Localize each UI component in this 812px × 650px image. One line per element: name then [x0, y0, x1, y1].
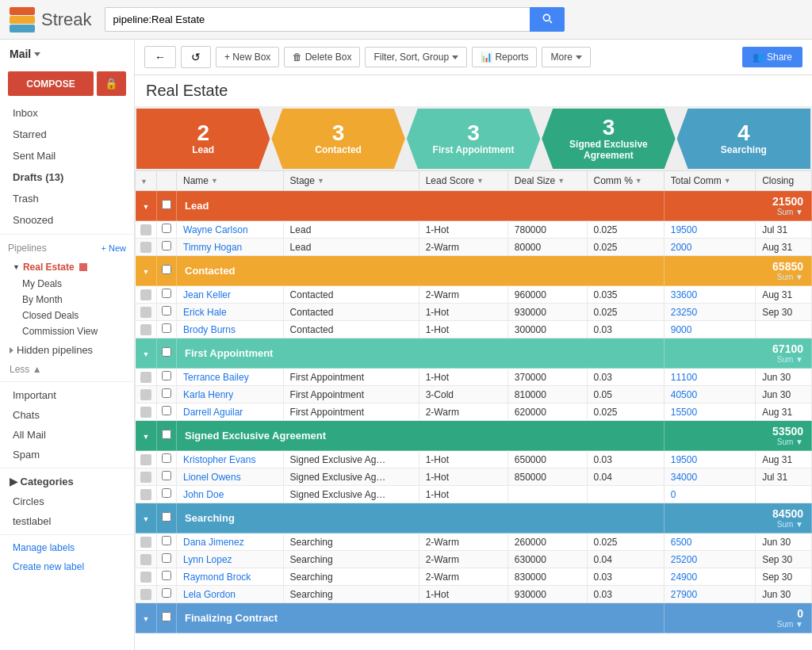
create-label-link[interactable]: Create new label: [0, 557, 134, 576]
row-name[interactable]: Lynn Lopez: [177, 551, 284, 568]
sidebar-item-sent[interactable]: Sent Mail: [0, 145, 134, 166]
group-collapse-btn[interactable]: ▼: [136, 191, 157, 221]
th-comm-pct[interactable]: Comm % ▼: [587, 171, 664, 191]
search-input[interactable]: [105, 7, 530, 32]
share-button[interactable]: 👥 Share: [742, 47, 802, 67]
row-expand-icon[interactable]: [136, 533, 157, 551]
stage-searching[interactable]: 4 Searching: [677, 109, 810, 169]
th-deal-size[interactable]: Deal Size ▼: [508, 171, 587, 191]
group-collapse-btn[interactable]: ▼: [136, 603, 157, 633]
sidebar-item-important[interactable]: Important: [0, 385, 134, 405]
row-expand-icon[interactable]: [136, 386, 157, 403]
row-expand-icon[interactable]: [136, 468, 157, 486]
compose-button[interactable]: COMPOSE: [8, 71, 94, 96]
row-expand-icon[interactable]: [136, 403, 157, 421]
row-name[interactable]: Dana Jimenez: [177, 533, 284, 551]
row-expand-icon[interactable]: [136, 568, 157, 586]
stage-contacted[interactable]: 3 Contacted: [271, 109, 404, 169]
row-expand-icon[interactable]: [136, 551, 157, 568]
back-button[interactable]: ←: [144, 46, 176, 68]
row-checkbox[interactable]: [157, 403, 177, 421]
row-name[interactable]: Brody Burns: [177, 321, 284, 338]
row-checkbox[interactable]: [157, 551, 177, 568]
row-checkbox[interactable]: [157, 369, 177, 386]
row-name[interactable]: Jean Keller: [177, 286, 284, 304]
sidebar-item-all-mail[interactable]: All Mail: [0, 425, 134, 445]
hidden-pipelines[interactable]: Hidden pipelines: [0, 339, 134, 361]
row-expand-icon[interactable]: [136, 321, 157, 338]
less-toggle[interactable]: Less ▲: [0, 361, 134, 378]
sidebar-sub-commission-view[interactable]: Commission View: [0, 323, 134, 339]
group-checkbox-cell[interactable]: [157, 503, 177, 533]
th-total-comm[interactable]: Total Comm ▼: [664, 171, 755, 191]
sidebar-item-circles[interactable]: Circles: [0, 491, 134, 511]
filter-sort-button[interactable]: Filter, Sort, Group: [365, 47, 467, 67]
row-checkbox[interactable]: [157, 221, 177, 239]
sidebar-item-chats[interactable]: Chats: [0, 405, 134, 425]
group-collapse-btn[interactable]: ▼: [136, 503, 157, 533]
sidebar-sub-closed-deals[interactable]: Closed Deals: [0, 308, 134, 323]
stage-lead[interactable]: 2 Lead: [136, 109, 270, 169]
group-checkbox-cell[interactable]: [157, 338, 177, 369]
sidebar-sub-my-deals[interactable]: My Deals: [0, 276, 134, 292]
row-expand-icon[interactable]: [136, 239, 157, 256]
row-checkbox[interactable]: [157, 586, 177, 603]
group-collapse-btn[interactable]: ▼: [136, 421, 157, 451]
group-checkbox-cell[interactable]: [157, 256, 177, 286]
row-expand-icon[interactable]: [136, 486, 157, 503]
row-expand-icon[interactable]: [136, 221, 157, 239]
search-button[interactable]: [530, 7, 565, 32]
row-expand-icon[interactable]: [136, 586, 157, 603]
row-checkbox[interactable]: [157, 486, 177, 503]
row-name[interactable]: Kristopher Evans: [177, 451, 284, 468]
row-expand-icon[interactable]: [136, 304, 157, 321]
row-name[interactable]: Lela Gordon: [177, 586, 284, 603]
row-expand-icon[interactable]: [136, 286, 157, 304]
sidebar-item-drafts[interactable]: Drafts (13): [0, 166, 134, 188]
row-checkbox[interactable]: [157, 321, 177, 338]
row-name[interactable]: Terrance Bailey: [177, 369, 284, 386]
row-name[interactable]: Raymond Brock: [177, 568, 284, 586]
group-collapse-btn[interactable]: ▼: [136, 256, 157, 286]
row-checkbox[interactable]: [157, 304, 177, 321]
row-expand-icon[interactable]: [136, 451, 157, 468]
new-box-button[interactable]: + New Box: [216, 47, 279, 67]
new-pipeline-link[interactable]: + New: [102, 243, 127, 253]
th-name[interactable]: Name ▼: [177, 171, 284, 191]
sidebar-item-spam[interactable]: Spam: [0, 445, 134, 465]
more-button[interactable]: More: [542, 47, 590, 67]
delete-box-button[interactable]: 🗑 Delete Box: [284, 47, 360, 67]
row-checkbox[interactable]: [157, 533, 177, 551]
mail-header[interactable]: Mail: [0, 40, 134, 68]
row-checkbox[interactable]: [157, 568, 177, 586]
th-lead-score[interactable]: Lead Score ▼: [419, 171, 508, 191]
row-name[interactable]: Timmy Hogan: [177, 239, 284, 256]
group-checkbox-cell[interactable]: [157, 421, 177, 451]
sidebar-item-inbox[interactable]: Inbox: [0, 102, 134, 124]
sidebar-pipeline-real-estate[interactable]: ▼ Real Estate: [0, 258, 134, 276]
row-name[interactable]: Wayne Carlson: [177, 221, 284, 239]
stage-first-appointment[interactable]: 3 First Appointment: [407, 109, 540, 169]
sidebar-sub-by-month[interactable]: By Month: [0, 292, 134, 308]
row-name[interactable]: Darrell Aguilar: [177, 403, 284, 421]
row-checkbox[interactable]: [157, 386, 177, 403]
row-name[interactable]: John Doe: [177, 486, 284, 503]
sidebar-item-testlabel[interactable]: testlabel: [0, 511, 134, 531]
row-name[interactable]: Karla Henry: [177, 386, 284, 403]
row-checkbox[interactable]: [157, 468, 177, 486]
row-name[interactable]: Lionel Owens: [177, 468, 284, 486]
sidebar-item-starred[interactable]: Starred: [0, 124, 134, 145]
group-checkbox-cell[interactable]: [157, 191, 177, 221]
row-checkbox[interactable]: [157, 451, 177, 468]
stage-signed-exclusive[interactable]: 3 Signed Exclusive Agreement: [542, 109, 675, 169]
reports-button[interactable]: 📊 Reports: [472, 47, 537, 67]
manage-labels-link[interactable]: Manage labels: [0, 538, 134, 557]
refresh-button[interactable]: ↺: [181, 46, 211, 68]
th-stage[interactable]: Stage ▼: [283, 171, 419, 191]
sidebar-item-snoozed[interactable]: Snoozed: [0, 209, 134, 231]
categories-section[interactable]: ▶ Categories: [0, 472, 134, 491]
group-collapse-btn[interactable]: ▼: [136, 338, 157, 369]
group-checkbox-cell[interactable]: [157, 603, 177, 633]
row-checkbox[interactable]: [157, 239, 177, 256]
row-name[interactable]: Erick Hale: [177, 304, 284, 321]
